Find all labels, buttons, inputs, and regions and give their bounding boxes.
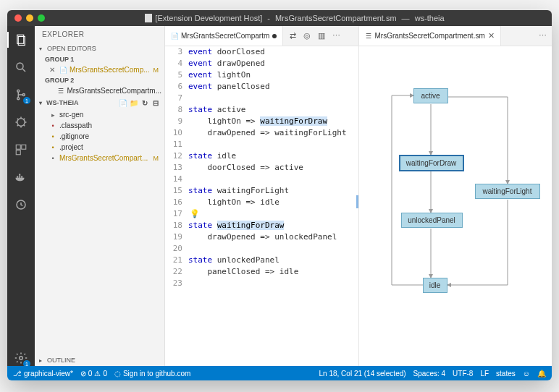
svg-rect-8 [16,145,20,149]
tab-editor-2[interactable]: ☰MrsGrantsSecretCompartment.sm✕ [359,26,501,46]
scm-icon[interactable]: 1 [13,87,29,103]
open-editor-2[interactable]: ☰MrsGrantsSecretCompartm... [35,85,164,96]
git-branch[interactable]: ⎇ graphical-view* [13,370,73,378]
sidebar: EXPLORER ▾OPEN EDITORS GROUP 1 ✕📄MrsGran… [35,26,165,366]
close-window[interactable] [14,14,22,22]
gear-icon[interactable]: 1 [13,350,29,366]
workspace-section[interactable]: ▾WS-THEIA 📄 📁 ↻ ⊟ [35,96,164,109]
svg-point-6 [22,94,25,96]
code-editor[interactable]: 34567891011121314151617181920212223 even… [165,46,358,366]
status-bar: ⎇ graphical-view* ⊘ 0 ⚠ 0 ◌ Sign in to g… [7,366,552,380]
outline-section[interactable]: ▸OUTLINE [35,354,164,366]
file-item[interactable]: •MrsGrantsSecretCompart...M [35,153,164,163]
history-icon[interactable] [13,197,29,213]
titlebar: [Extension Development Host] - MrsGrants… [7,10,552,26]
svg-rect-10 [16,150,20,155]
tab-editor-1[interactable]: 📄MrsGrantsSecretCompartm [165,26,283,46]
svg-rect-13 [21,176,22,178]
overview-ruler-mark [356,195,358,208]
tab-bar-1: 📄MrsGrantsSecretCompartm ⇄ ◎ ▥ ⋯ [165,26,358,46]
lightbulb-icon[interactable]: 💡 [190,208,200,220]
docker-icon[interactable] [13,169,29,185]
diagram-node-active[interactable]: active [413,88,448,103]
extensions-icon[interactable] [13,142,29,158]
cursor-position[interactable]: Ln 18, Col 21 (14 selected) [319,370,406,378]
open-editor-1[interactable]: ✕📄MrsGrantsSecretComp...M [35,64,164,75]
group-1-header: GROUP 1 [35,54,164,64]
indentation[interactable]: Spaces: 4 [413,370,445,378]
language-mode[interactable]: states [496,370,516,378]
feedback-icon[interactable]: ☺ [523,370,530,378]
more-icon[interactable]: ⋯ [331,31,341,41]
sidebar-title: EXPLORER [35,26,164,43]
more-icon[interactable]: ⋯ [537,31,547,41]
svg-line-3 [22,69,25,72]
maximize-window[interactable] [38,14,45,22]
problems[interactable]: ⊘ 0 ⚠ 0 [80,370,107,378]
diagram-node-waitingForDraw[interactable]: waitingForDraw [399,155,464,171]
diagram-node-idle[interactable]: idle [423,278,447,293]
open-editors-section[interactable]: ▾OPEN EDITORS [35,43,164,54]
github-signin[interactable]: ◌ Sign in to github.com [114,370,190,378]
file-item[interactable]: •.classpath [35,120,164,131]
minimize-window[interactable] [26,14,33,22]
new-file-icon[interactable]: 📄 [119,98,127,107]
file-item[interactable]: ▸src-gen [35,109,164,120]
diagram-node-unlockedPanel[interactable]: unlockedPanel [401,213,463,228]
close-icon[interactable]: ✕ [49,66,56,74]
dirty-indicator [272,34,277,38]
settings-badge: 1 [23,360,30,366]
explorer-icon[interactable] [13,32,29,48]
file-item[interactable]: •.gitignore [35,131,164,142]
editor-pane-1: 📄MrsGrantsSecretCompartm ⇄ ◎ ▥ ⋯ 3456789… [165,26,359,366]
svg-point-2 [17,63,23,69]
refresh-icon[interactable]: ↻ [140,98,149,107]
encoding[interactable]: UTF-8 [453,370,473,378]
svg-point-5 [17,98,20,100]
notifications-icon[interactable]: 🔔 [537,370,546,378]
collapse-icon[interactable]: ⊟ [151,98,160,107]
svg-point-4 [17,90,20,92]
group-2-header: GROUP 2 [35,75,164,85]
diagram-node-waitingForLight[interactable]: waitingForLight [475,184,540,199]
debug-icon[interactable] [13,114,29,130]
svg-rect-12 [19,176,20,178]
new-folder-icon[interactable]: 📁 [130,98,138,107]
svg-point-7 [17,119,25,127]
scm-badge: 1 [23,97,30,104]
file-item[interactable]: •.project [35,142,164,153]
search-icon[interactable] [13,59,29,75]
window-title: [Extension Development Host] - MrsGrants… [45,14,545,22]
file-icon [145,14,152,22]
editor-pane-2: ☰MrsGrantsSecretCompartment.sm✕ ⋯ acti [359,26,552,366]
eol[interactable]: LF [480,370,489,378]
activity-bar: 1 1 [7,26,35,366]
diagram-edges [359,46,552,366]
svg-rect-11 [17,176,18,178]
open-changes-icon[interactable]: ⇄ [287,31,298,41]
svg-rect-14 [19,174,20,176]
svg-point-16 [20,357,23,360]
tab-bar-2: ☰MrsGrantsSecretCompartment.sm✕ ⋯ [359,26,552,46]
diagram-view[interactable]: activewaitingForDrawwaitingForLightunloc… [359,46,552,366]
split-icon[interactable]: ▥ [316,31,327,41]
close-icon[interactable]: ✕ [488,31,495,41]
preview-icon[interactable]: ◎ [302,31,312,41]
svg-rect-9 [22,145,26,149]
